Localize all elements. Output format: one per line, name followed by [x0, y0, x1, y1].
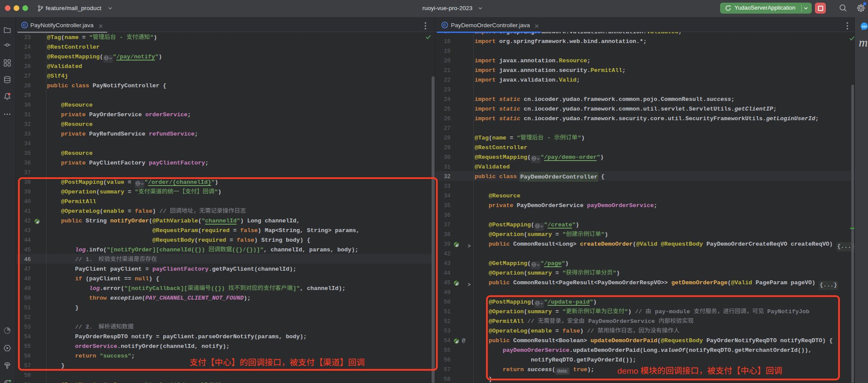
svg-text:C: C [23, 22, 26, 27]
svg-text:</>: </> [862, 25, 867, 29]
svg-text:C: C [443, 22, 447, 27]
